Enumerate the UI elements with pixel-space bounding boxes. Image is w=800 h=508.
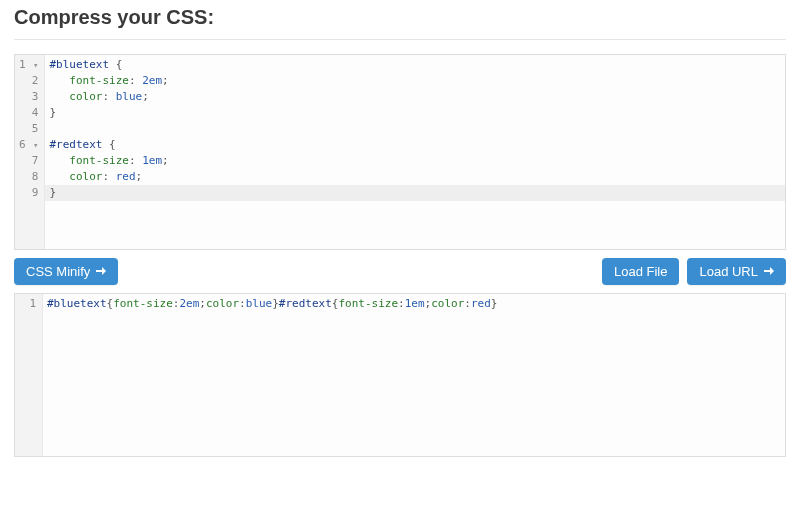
line-number: 2: [19, 73, 38, 89]
line-number: 1: [19, 296, 36, 312]
button-row: CSS Minify Load File Load URL: [14, 250, 786, 293]
arrow-right-icon: [764, 264, 774, 279]
code-line[interactable]: font-size: 1em;: [49, 153, 781, 169]
line-number: 7: [19, 153, 38, 169]
input-code[interactable]: #bluetext { font-size: 2em; color: blue;…: [45, 55, 785, 249]
line-number: 4: [19, 105, 38, 121]
arrow-right-icon: [96, 264, 106, 279]
code-line[interactable]: [49, 121, 781, 137]
code-line[interactable]: color: blue;: [49, 89, 781, 105]
divider: [14, 39, 786, 40]
fold-marker-icon[interactable]: ▾: [26, 140, 39, 150]
fold-marker-icon[interactable]: ▾: [26, 60, 39, 70]
code-line[interactable]: }: [45, 185, 785, 201]
load-url-label: Load URL: [699, 264, 758, 279]
line-number: 5: [19, 121, 38, 137]
output-code: #bluetext{font-size:2em;color:blue}#redt…: [43, 294, 785, 456]
line-number: 1 ▾: [19, 57, 38, 73]
code-line[interactable]: font-size: 2em;: [49, 73, 781, 89]
line-number: 6 ▾: [19, 137, 38, 153]
load-url-button[interactable]: Load URL: [687, 258, 786, 285]
css-minify-label: CSS Minify: [26, 264, 90, 279]
line-number: 8: [19, 169, 38, 185]
line-number: 9: [19, 185, 38, 201]
output-gutter: 1: [15, 294, 43, 456]
code-line[interactable]: color: red;: [49, 169, 781, 185]
load-file-button[interactable]: Load File: [602, 258, 679, 285]
code-line[interactable]: #bluetext {: [49, 57, 781, 73]
css-output-editor[interactable]: 1 #bluetext{font-size:2em;color:blue}#re…: [14, 293, 786, 457]
css-minify-button[interactable]: CSS Minify: [14, 258, 118, 285]
code-line[interactable]: #redtext {: [49, 137, 781, 153]
page-title: Compress your CSS:: [14, 6, 786, 29]
page-container: Compress your CSS: 1 ▾23456 ▾789 #bluete…: [0, 0, 800, 467]
code-line[interactable]: #bluetext{font-size:2em;color:blue}#redt…: [47, 296, 781, 312]
css-input-editor[interactable]: 1 ▾23456 ▾789 #bluetext { font-size: 2em…: [14, 54, 786, 250]
input-gutter: 1 ▾23456 ▾789: [15, 55, 45, 249]
line-number: 3: [19, 89, 38, 105]
load-file-label: Load File: [614, 264, 667, 279]
code-line[interactable]: }: [49, 105, 781, 121]
